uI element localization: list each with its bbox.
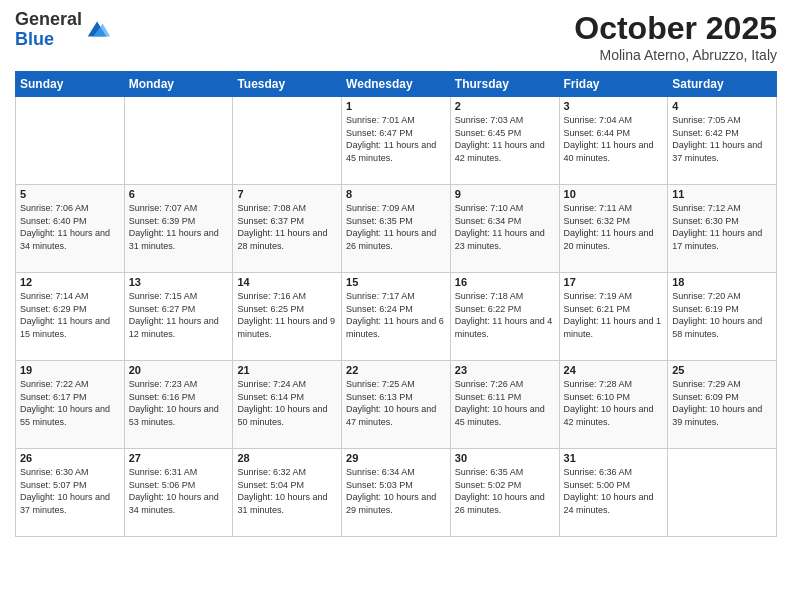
day-number: 9: [455, 188, 555, 200]
day-number: 13: [129, 276, 229, 288]
calendar-cell: 23Sunrise: 7:26 AM Sunset: 6:11 PM Dayli…: [450, 361, 559, 449]
day-number: 24: [564, 364, 664, 376]
day-number: 26: [20, 452, 120, 464]
day-info: Sunrise: 7:03 AM Sunset: 6:45 PM Dayligh…: [455, 114, 555, 164]
calendar-cell: [124, 97, 233, 185]
day-number: 27: [129, 452, 229, 464]
day-info: Sunrise: 7:28 AM Sunset: 6:10 PM Dayligh…: [564, 378, 664, 428]
day-number: 22: [346, 364, 446, 376]
calendar-cell: 27Sunrise: 6:31 AM Sunset: 5:06 PM Dayli…: [124, 449, 233, 537]
day-info: Sunrise: 7:22 AM Sunset: 6:17 PM Dayligh…: [20, 378, 120, 428]
day-info: Sunrise: 7:17 AM Sunset: 6:24 PM Dayligh…: [346, 290, 446, 340]
weekday-header-row: SundayMondayTuesdayWednesdayThursdayFrid…: [16, 72, 777, 97]
day-info: Sunrise: 7:25 AM Sunset: 6:13 PM Dayligh…: [346, 378, 446, 428]
day-info: Sunrise: 7:01 AM Sunset: 6:47 PM Dayligh…: [346, 114, 446, 164]
day-info: Sunrise: 7:19 AM Sunset: 6:21 PM Dayligh…: [564, 290, 664, 340]
calendar-cell: 7Sunrise: 7:08 AM Sunset: 6:37 PM Daylig…: [233, 185, 342, 273]
day-info: Sunrise: 7:16 AM Sunset: 6:25 PM Dayligh…: [237, 290, 337, 340]
day-info: Sunrise: 7:04 AM Sunset: 6:44 PM Dayligh…: [564, 114, 664, 164]
day-info: Sunrise: 6:35 AM Sunset: 5:02 PM Dayligh…: [455, 466, 555, 516]
day-info: Sunrise: 7:26 AM Sunset: 6:11 PM Dayligh…: [455, 378, 555, 428]
calendar-cell: 22Sunrise: 7:25 AM Sunset: 6:13 PM Dayli…: [342, 361, 451, 449]
day-number: 5: [20, 188, 120, 200]
calendar-cell: 25Sunrise: 7:29 AM Sunset: 6:09 PM Dayli…: [668, 361, 777, 449]
day-number: 15: [346, 276, 446, 288]
day-number: 20: [129, 364, 229, 376]
logo: General Blue: [15, 10, 112, 50]
day-number: 4: [672, 100, 772, 112]
day-info: Sunrise: 7:08 AM Sunset: 6:37 PM Dayligh…: [237, 202, 337, 252]
week-row-4: 19Sunrise: 7:22 AM Sunset: 6:17 PM Dayli…: [16, 361, 777, 449]
location: Molina Aterno, Abruzzo, Italy: [574, 47, 777, 63]
day-info: Sunrise: 7:24 AM Sunset: 6:14 PM Dayligh…: [237, 378, 337, 428]
day-number: 21: [237, 364, 337, 376]
calendar-cell: 8Sunrise: 7:09 AM Sunset: 6:35 PM Daylig…: [342, 185, 451, 273]
calendar-cell: 10Sunrise: 7:11 AM Sunset: 6:32 PM Dayli…: [559, 185, 668, 273]
calendar-cell: 31Sunrise: 6:36 AM Sunset: 5:00 PM Dayli…: [559, 449, 668, 537]
calendar-cell: 17Sunrise: 7:19 AM Sunset: 6:21 PM Dayli…: [559, 273, 668, 361]
weekday-header-tuesday: Tuesday: [233, 72, 342, 97]
calendar-cell: 1Sunrise: 7:01 AM Sunset: 6:47 PM Daylig…: [342, 97, 451, 185]
day-number: 14: [237, 276, 337, 288]
weekday-header-saturday: Saturday: [668, 72, 777, 97]
day-info: Sunrise: 6:31 AM Sunset: 5:06 PM Dayligh…: [129, 466, 229, 516]
calendar-cell: 13Sunrise: 7:15 AM Sunset: 6:27 PM Dayli…: [124, 273, 233, 361]
day-number: 10: [564, 188, 664, 200]
calendar-cell: 18Sunrise: 7:20 AM Sunset: 6:19 PM Dayli…: [668, 273, 777, 361]
day-number: 19: [20, 364, 120, 376]
calendar-cell: 26Sunrise: 6:30 AM Sunset: 5:07 PM Dayli…: [16, 449, 125, 537]
calendar-cell: 19Sunrise: 7:22 AM Sunset: 6:17 PM Dayli…: [16, 361, 125, 449]
day-info: Sunrise: 7:20 AM Sunset: 6:19 PM Dayligh…: [672, 290, 772, 340]
day-number: 12: [20, 276, 120, 288]
calendar-cell: [16, 97, 125, 185]
day-number: 6: [129, 188, 229, 200]
day-number: 29: [346, 452, 446, 464]
calendar-cell: 29Sunrise: 6:34 AM Sunset: 5:03 PM Dayli…: [342, 449, 451, 537]
day-number: 28: [237, 452, 337, 464]
calendar-cell: 28Sunrise: 6:32 AM Sunset: 5:04 PM Dayli…: [233, 449, 342, 537]
calendar-cell: 15Sunrise: 7:17 AM Sunset: 6:24 PM Dayli…: [342, 273, 451, 361]
week-row-2: 5Sunrise: 7:06 AM Sunset: 6:40 PM Daylig…: [16, 185, 777, 273]
day-number: 8: [346, 188, 446, 200]
day-info: Sunrise: 6:34 AM Sunset: 5:03 PM Dayligh…: [346, 466, 446, 516]
day-info: Sunrise: 7:10 AM Sunset: 6:34 PM Dayligh…: [455, 202, 555, 252]
calendar-cell: 4Sunrise: 7:05 AM Sunset: 6:42 PM Daylig…: [668, 97, 777, 185]
calendar-cell: 24Sunrise: 7:28 AM Sunset: 6:10 PM Dayli…: [559, 361, 668, 449]
weekday-header-wednesday: Wednesday: [342, 72, 451, 97]
calendar-cell: 14Sunrise: 7:16 AM Sunset: 6:25 PM Dayli…: [233, 273, 342, 361]
day-number: 31: [564, 452, 664, 464]
calendar-cell: 21Sunrise: 7:24 AM Sunset: 6:14 PM Dayli…: [233, 361, 342, 449]
calendar-cell: 9Sunrise: 7:10 AM Sunset: 6:34 PM Daylig…: [450, 185, 559, 273]
week-row-3: 12Sunrise: 7:14 AM Sunset: 6:29 PM Dayli…: [16, 273, 777, 361]
logo-blue-text: Blue: [15, 29, 54, 49]
day-info: Sunrise: 7:09 AM Sunset: 6:35 PM Dayligh…: [346, 202, 446, 252]
day-number: 18: [672, 276, 772, 288]
day-info: Sunrise: 7:14 AM Sunset: 6:29 PM Dayligh…: [20, 290, 120, 340]
page-container: General Blue October 2025 Molina Aterno,…: [0, 0, 792, 547]
calendar-cell: 11Sunrise: 7:12 AM Sunset: 6:30 PM Dayli…: [668, 185, 777, 273]
calendar-cell: 12Sunrise: 7:14 AM Sunset: 6:29 PM Dayli…: [16, 273, 125, 361]
week-row-5: 26Sunrise: 6:30 AM Sunset: 5:07 PM Dayli…: [16, 449, 777, 537]
day-number: 1: [346, 100, 446, 112]
day-info: Sunrise: 7:07 AM Sunset: 6:39 PM Dayligh…: [129, 202, 229, 252]
day-number: 23: [455, 364, 555, 376]
logo-general-text: General: [15, 9, 82, 29]
day-info: Sunrise: 7:18 AM Sunset: 6:22 PM Dayligh…: [455, 290, 555, 340]
weekday-header-monday: Monday: [124, 72, 233, 97]
day-info: Sunrise: 7:29 AM Sunset: 6:09 PM Dayligh…: [672, 378, 772, 428]
calendar-cell: 16Sunrise: 7:18 AM Sunset: 6:22 PM Dayli…: [450, 273, 559, 361]
month-title: October 2025: [574, 10, 777, 47]
calendar-cell: 5Sunrise: 7:06 AM Sunset: 6:40 PM Daylig…: [16, 185, 125, 273]
calendar-cell: [233, 97, 342, 185]
week-row-1: 1Sunrise: 7:01 AM Sunset: 6:47 PM Daylig…: [16, 97, 777, 185]
day-number: 16: [455, 276, 555, 288]
day-info: Sunrise: 6:32 AM Sunset: 5:04 PM Dayligh…: [237, 466, 337, 516]
day-number: 2: [455, 100, 555, 112]
calendar-cell: 2Sunrise: 7:03 AM Sunset: 6:45 PM Daylig…: [450, 97, 559, 185]
day-number: 11: [672, 188, 772, 200]
day-info: Sunrise: 6:30 AM Sunset: 5:07 PM Dayligh…: [20, 466, 120, 516]
day-info: Sunrise: 7:15 AM Sunset: 6:27 PM Dayligh…: [129, 290, 229, 340]
calendar-cell: 20Sunrise: 7:23 AM Sunset: 6:16 PM Dayli…: [124, 361, 233, 449]
calendar-cell: 3Sunrise: 7:04 AM Sunset: 6:44 PM Daylig…: [559, 97, 668, 185]
day-info: Sunrise: 7:05 AM Sunset: 6:42 PM Dayligh…: [672, 114, 772, 164]
